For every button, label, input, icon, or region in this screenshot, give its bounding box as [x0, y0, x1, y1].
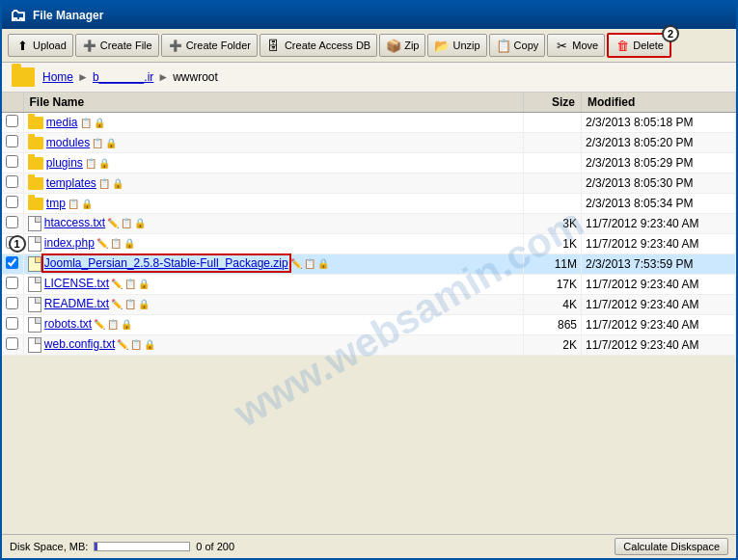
lock-icon[interactable]: [317, 258, 329, 269]
disk-space-info: Disk Space, MB: 0 of 200: [10, 541, 234, 552]
file-icon: [28, 277, 41, 292]
lock-icon[interactable]: [138, 299, 150, 309]
table-row[interactable]: templates📋2/3/2013 8:05:30 PM: [2, 173, 736, 194]
row-checkbox-cell: [2, 113, 23, 133]
row-size-cell: 17K: [524, 275, 582, 295]
zip-file-icon: [28, 256, 41, 272]
file-name-link[interactable]: tmp: [46, 197, 66, 210]
file-name-link[interactable]: robots.txt: [44, 317, 92, 331]
file-name-link[interactable]: plugins: [46, 156, 83, 170]
row-checkbox[interactable]: [6, 196, 18, 208]
edit-icon[interactable]: [111, 279, 123, 289]
edit-icon[interactable]: [290, 258, 302, 269]
calculate-diskspace-button[interactable]: Calculate Diskspace: [615, 538, 728, 555]
file-action-icons: 📋: [290, 258, 329, 269]
copy-file-icon[interactable]: 📋: [85, 158, 96, 169]
lock-icon[interactable]: [123, 238, 135, 249]
file-name-link[interactable]: media: [46, 116, 78, 129]
unzip-button[interactable]: 📂 Unzip: [427, 34, 486, 57]
copy-file-icon[interactable]: 📋: [121, 218, 132, 228]
edit-icon[interactable]: [117, 339, 128, 350]
lock-icon[interactable]: [98, 158, 110, 169]
upload-button[interactable]: ⬆ Upload: [8, 34, 73, 57]
table-row[interactable]: LICENSE.txt📋17K11/7/2012 9:23:40 AM: [2, 275, 736, 295]
row-checkbox[interactable]: [6, 317, 18, 330]
table-row[interactable]: robots.txt📋86511/7/2012 9:23:40 AM: [2, 315, 736, 335]
copy-button[interactable]: 📋 Copy: [489, 34, 546, 57]
edit-icon[interactable]: [111, 299, 123, 309]
row-modified-cell: 11/7/2012 9:23:40 AM: [582, 315, 736, 335]
table-row[interactable]: plugins📋2/3/2013 8:05:29 PM: [2, 153, 736, 173]
lock-icon[interactable]: [81, 199, 93, 209]
zip-button[interactable]: 📦 Zip: [379, 34, 425, 57]
table-row[interactable]: modules📋2/3/2013 8:05:20 PM: [2, 133, 736, 153]
edit-icon[interactable]: [96, 238, 108, 249]
lock-icon[interactable]: [121, 319, 132, 330]
breadcrumb-home[interactable]: Home: [42, 70, 73, 84]
disk-usage: 0 of 200: [196, 541, 234, 552]
copy-file-icon[interactable]: 📋: [107, 319, 119, 330]
copy-file-icon[interactable]: 📋: [80, 118, 92, 128]
file-icon: [28, 297, 41, 312]
row-checkbox-cell: [2, 173, 23, 194]
lock-icon[interactable]: [94, 118, 105, 128]
table-row[interactable]: tmp📋2/3/2013 8:05:34 PM: [2, 194, 736, 214]
table-row[interactable]: media📋2/3/2013 8:05:18 PM: [2, 113, 736, 133]
disk-progress-bar: [94, 542, 190, 551]
move-button[interactable]: ✂ Move: [547, 34, 605, 57]
lock-icon[interactable]: [134, 218, 146, 228]
folder-icon: [28, 198, 43, 210]
copy-file-icon[interactable]: 📋: [304, 258, 315, 269]
row-checkbox[interactable]: [6, 175, 18, 188]
copy-icon: 📋: [496, 38, 511, 53]
row-checkbox[interactable]: [6, 216, 18, 228]
file-name-link[interactable]: LICENSE.txt: [44, 277, 109, 290]
row-checkbox[interactable]: [6, 297, 18, 309]
title-bar: 🗂 File Manager: [2, 2, 736, 29]
window-title: File Manager: [33, 9, 103, 22]
file-name-link[interactable]: index.php: [44, 236, 95, 250]
lock-icon[interactable]: [138, 279, 150, 289]
table-row[interactable]: htaccess.txt📋3K11/7/2012 9:23:40 AM: [2, 214, 736, 234]
table-row[interactable]: web.config.txt📋2K11/7/2012 9:23:40 AM: [2, 335, 736, 356]
copy-file-icon[interactable]: 📋: [68, 199, 79, 209]
edit-icon[interactable]: [107, 218, 119, 228]
row-checkbox[interactable]: [6, 135, 18, 147]
copy-file-icon[interactable]: 📋: [130, 339, 142, 350]
copy-file-icon[interactable]: 📋: [124, 279, 136, 289]
copy-file-icon[interactable]: 📋: [98, 178, 110, 189]
breadcrumb-domain[interactable]: b_______.ir: [93, 70, 153, 84]
file-name-link[interactable]: htaccess.txt: [44, 216, 105, 229]
row-size-cell: [524, 173, 582, 194]
table-row[interactable]: Joomla_Persian_2.5.8-Stable-Full_Package…: [2, 254, 736, 275]
file-name-link[interactable]: modules: [46, 136, 90, 149]
header-filename[interactable]: File Name: [23, 93, 524, 113]
copy-file-icon[interactable]: 📋: [92, 138, 103, 148]
lock-icon[interactable]: [144, 339, 155, 350]
row-name-cell: htaccess.txt📋: [23, 214, 524, 234]
row-checkbox[interactable]: [6, 155, 18, 168]
lock-icon[interactable]: [105, 138, 117, 148]
row-checkbox[interactable]: [6, 256, 18, 269]
file-name-link[interactable]: web.config.txt: [44, 337, 115, 351]
create-file-button[interactable]: ➕ Create File: [75, 34, 159, 57]
row-checkbox[interactable]: [6, 115, 18, 127]
create-access-db-button[interactable]: 🗄 Create Access DB: [260, 34, 377, 57]
row-modified-cell: 11/7/2012 9:23:40 AM: [582, 275, 736, 295]
copy-file-icon[interactable]: 📋: [124, 299, 136, 309]
file-name-link[interactable]: templates: [46, 176, 96, 190]
table-row[interactable]: index.php📋11K11/7/2012 9:23:40 AM: [2, 234, 736, 254]
row-checkbox[interactable]: [6, 277, 18, 289]
edit-icon[interactable]: [94, 319, 105, 330]
table-row[interactable]: README.txt📋4K11/7/2012 9:23:40 AM: [2, 295, 736, 315]
copy-file-icon[interactable]: 📋: [110, 238, 122, 249]
row-size-cell: 3K: [524, 214, 582, 234]
row-name-cell: plugins📋: [23, 153, 524, 173]
file-name-link[interactable]: Joomla_Persian_2.5.8-Stable-Full_Package…: [44, 256, 288, 270]
row-size-cell: [524, 133, 582, 153]
file-name-link[interactable]: README.txt: [44, 297, 109, 310]
row-checkbox[interactable]: [6, 337, 18, 350]
lock-icon[interactable]: [112, 178, 123, 189]
create-folder-button[interactable]: ➕ Create Folder: [161, 34, 258, 57]
row-name-cell: tmp📋: [23, 194, 524, 214]
